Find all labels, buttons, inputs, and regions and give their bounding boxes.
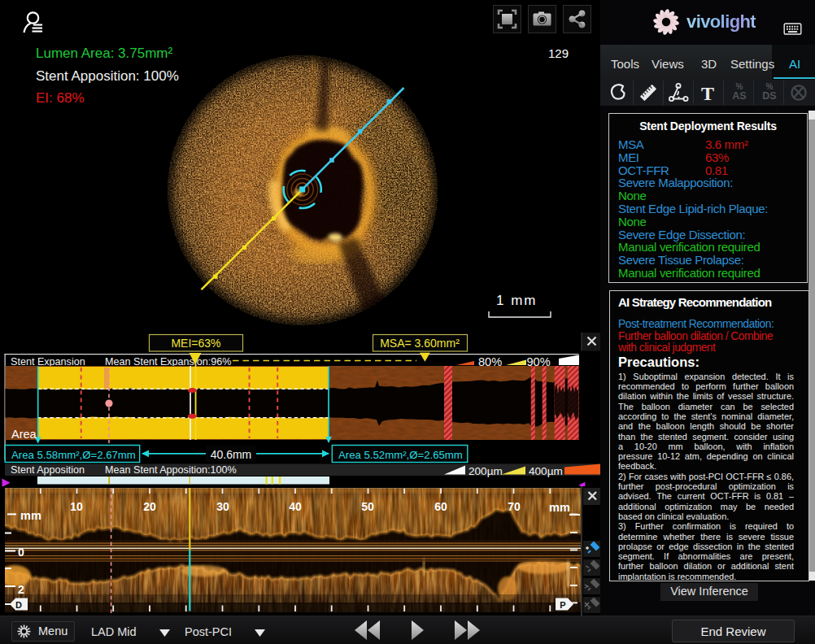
svg-text:Stent Apposition: Stent Apposition bbox=[11, 464, 85, 476]
svg-text:70: 70 bbox=[508, 500, 521, 513]
svg-text:40: 40 bbox=[289, 500, 302, 513]
svg-text:Mean Stent Apposition:100%: Mean Stent Apposition:100% bbox=[105, 464, 237, 476]
svg-text:D: D bbox=[15, 600, 22, 610]
svg-text:Area: Area bbox=[11, 428, 37, 441]
svg-text:0: 0 bbox=[18, 546, 24, 559]
svg-text:50: 50 bbox=[361, 500, 374, 513]
svg-text:40.6mm: 40.6mm bbox=[211, 448, 252, 461]
svg-text:200µm: 200µm bbox=[469, 465, 503, 477]
svg-text:Area 5.58mm²,Ø=2.67mm: Area 5.58mm²,Ø=2.67mm bbox=[11, 449, 136, 461]
svg-text:10: 10 bbox=[70, 500, 83, 513]
svg-text:Mean Stent Expansion:96%: Mean Stent Expansion:96% bbox=[105, 356, 231, 368]
svg-text:Area 5.52mm²,Ø=2.65mm: Area 5.52mm²,Ø=2.65mm bbox=[338, 449, 463, 461]
svg-text:mm: mm bbox=[20, 509, 41, 522]
svg-text:MEI=63%: MEI=63% bbox=[171, 337, 220, 350]
svg-text:mm: mm bbox=[549, 501, 570, 514]
svg-text:Stent Expansion: Stent Expansion bbox=[11, 356, 85, 368]
svg-text:MSA= 3.60mm²: MSA= 3.60mm² bbox=[380, 337, 460, 350]
svg-text:20: 20 bbox=[143, 500, 156, 513]
svg-text:400µm: 400µm bbox=[529, 465, 563, 477]
svg-text:30: 30 bbox=[216, 500, 229, 513]
svg-text:P: P bbox=[560, 600, 565, 610]
svg-text:2: 2 bbox=[18, 583, 24, 596]
svg-text:60: 60 bbox=[434, 500, 447, 513]
